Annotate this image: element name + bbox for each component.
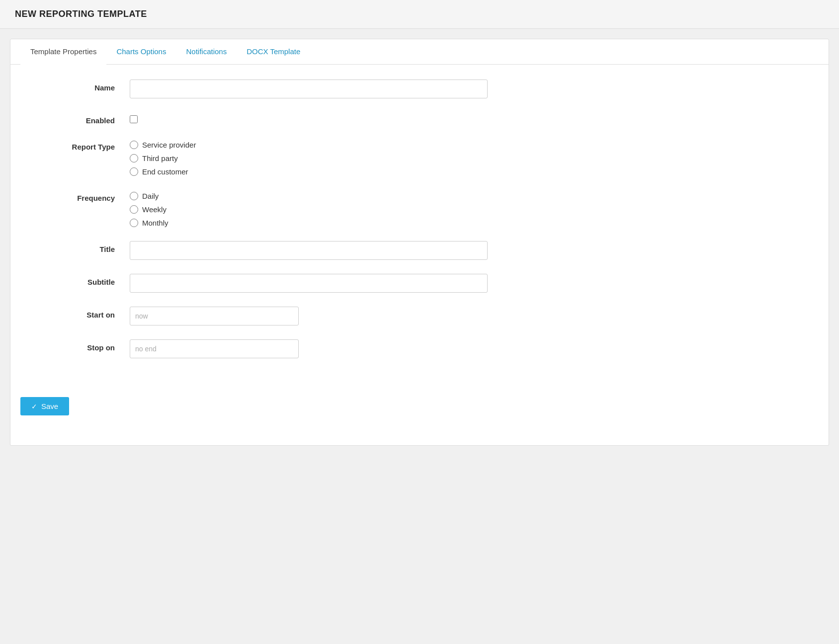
enabled-control (130, 112, 488, 123)
report-type-radio-group: Service provider Third party End custome… (130, 139, 488, 176)
tab-template-properties[interactable]: Template Properties (20, 39, 106, 65)
radio-daily[interactable] (130, 192, 138, 200)
start-on-row: Start on (30, 307, 488, 325)
frequency-radio-group: Daily Weekly Monthly (130, 190, 488, 227)
report-type-service-provider[interactable]: Service provider (130, 141, 488, 149)
name-input[interactable] (130, 80, 488, 98)
enabled-label: Enabled (30, 112, 130, 125)
frequency-row: Frequency Daily Weekly Month (30, 190, 488, 227)
frequency-weekly[interactable]: Weekly (130, 205, 488, 214)
content-card: Template Properties Charts Options Notif… (10, 39, 829, 446)
frequency-control: Daily Weekly Monthly (130, 190, 488, 227)
stop-on-input[interactable] (130, 339, 299, 358)
subtitle-input[interactable] (130, 274, 488, 293)
name-label: Name (30, 80, 130, 92)
enabled-checkbox[interactable] (130, 115, 138, 123)
report-type-row: Report Type Service provider Third party (30, 139, 488, 176)
subtitle-label: Subtitle (30, 274, 130, 286)
radio-monthly[interactable] (130, 219, 138, 227)
report-type-label: Report Type (30, 139, 130, 151)
subtitle-row: Subtitle (30, 274, 488, 293)
tabs-bar: Template Properties Charts Options Notif… (10, 39, 829, 65)
page-wrapper: NEW REPORTING TEMPLATE Template Properti… (0, 0, 839, 644)
tab-notifications[interactable]: Notifications (176, 39, 237, 65)
stop-on-control (130, 339, 488, 358)
radio-end-customer[interactable] (130, 167, 138, 176)
title-control (130, 241, 488, 260)
save-button[interactable]: ✓ Save (20, 397, 69, 415)
radio-third-party[interactable] (130, 154, 138, 162)
enabled-row: Enabled (30, 112, 488, 125)
radio-service-provider[interactable] (130, 141, 138, 149)
start-on-label: Start on (30, 307, 130, 319)
stop-on-row: Stop on (30, 339, 488, 358)
frequency-daily[interactable]: Daily (130, 192, 488, 200)
title-label: Title (30, 241, 130, 253)
report-type-control: Service provider Third party End custome… (130, 139, 488, 176)
start-on-control (130, 307, 488, 325)
stop-on-label: Stop on (30, 339, 130, 352)
tab-docx-template[interactable]: DOCX Template (237, 39, 310, 65)
check-icon: ✓ (31, 402, 37, 410)
subtitle-control (130, 274, 488, 293)
radio-weekly[interactable] (130, 205, 138, 214)
tab-charts-options[interactable]: Charts Options (106, 39, 176, 65)
form-area: Name Enabled Report Type (10, 65, 507, 392)
page-header: NEW REPORTING TEMPLATE (0, 0, 839, 29)
report-type-third-party[interactable]: Third party (130, 154, 488, 162)
title-input[interactable] (130, 241, 488, 260)
start-on-input[interactable] (130, 307, 299, 325)
title-row: Title (30, 241, 488, 260)
name-control (130, 80, 488, 98)
frequency-label: Frequency (30, 190, 130, 202)
frequency-monthly[interactable]: Monthly (130, 219, 488, 227)
name-row: Name (30, 80, 488, 98)
page-title: NEW REPORTING TEMPLATE (15, 9, 147, 19)
report-type-end-customer[interactable]: End customer (130, 167, 488, 176)
